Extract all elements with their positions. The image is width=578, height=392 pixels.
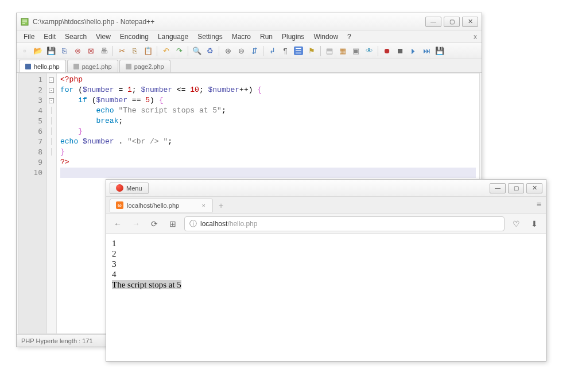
new-tab-button[interactable]: +	[215, 200, 227, 211]
new-file-icon[interactable]: ▫	[19, 45, 30, 57]
page-content[interactable]: 1234The script stops at 5	[106, 234, 546, 294]
npp-minimize-button[interactable]: —	[425, 17, 441, 27]
paste-icon[interactable]: 📋	[142, 45, 154, 57]
back-button[interactable]: ←	[111, 217, 125, 231]
code-line[interactable]: }	[60, 126, 476, 137]
npp-maximize-button[interactable]: ▢	[444, 17, 460, 27]
menu-window[interactable]: Window	[309, 32, 343, 42]
wordwrap-icon[interactable]: ↲	[266, 45, 278, 57]
code-line[interactable]: echo $number . "<br /> ";	[60, 137, 476, 147]
open-file-icon[interactable]: 📂	[32, 45, 44, 57]
toolbar-separator	[320, 46, 321, 56]
menu-search[interactable]: Search	[60, 32, 91, 42]
menu-language[interactable]: Language	[153, 32, 193, 42]
menu-view[interactable]: View	[91, 32, 115, 42]
zoom-out-icon[interactable]: ⊖	[235, 45, 247, 57]
find-icon[interactable]: 🔍	[191, 45, 203, 57]
npp-titlebar[interactable]: C:\xampp\htdocs\hello.php - Notepad++ — …	[17, 13, 482, 30]
replace-icon[interactable]: ♻	[204, 45, 216, 57]
download-icon[interactable]: ⬇	[527, 217, 541, 231]
npp-toolbar: ▫ 📂 💾 ⎘ ⊗ ⊠ 🖶 ✂ ⎘ 📋 ↶ ↷ 🔍 ♻ ⊕ ⊖ ⇵ ↲ ¶ ☰ …	[17, 43, 482, 59]
code-line[interactable]: for ($number = 1; $number <= 10; $number…	[60, 85, 476, 95]
tab-label: page1.php	[82, 63, 112, 70]
file-tab[interactable]: hello.php	[19, 60, 66, 72]
site-info-icon[interactable]: ⓘ	[189, 219, 197, 229]
url-path: /hello.php	[227, 220, 257, 228]
browser-toolbar: ← → ⟳ ⊞ ⓘ localhost/hello.php ♡ ⬇	[106, 214, 546, 234]
record-macro-icon[interactable]: ⏺	[381, 45, 393, 57]
print-icon[interactable]: 🖶	[98, 45, 110, 57]
code-line[interactable]: break;	[60, 116, 476, 126]
tab-status-icon	[126, 64, 131, 69]
speed-dial-icon[interactable]: ⊞	[166, 217, 180, 231]
code-line[interactable]: echo "The script stops at 5";	[60, 106, 476, 116]
save-macro-icon[interactable]: 💾	[434, 45, 445, 57]
output-line: 4	[112, 269, 540, 280]
monitor-icon[interactable]: 👁	[363, 45, 375, 57]
toolbar-separator	[378, 46, 378, 56]
show-all-chars-icon[interactable]: ¶	[280, 45, 291, 57]
npp-menubar-close-icon[interactable]: x	[474, 33, 477, 41]
zoom-in-icon[interactable]: ⊕	[222, 45, 234, 57]
browser-maximize-button[interactable]: ▢	[508, 183, 524, 193]
menu-plugins[interactable]: Plugins	[277, 32, 309, 42]
xampp-favicon-icon: ω	[116, 201, 123, 209]
code-line[interactable]: <?php	[60, 75, 476, 85]
line-number-gutter: 12345678910	[19, 73, 46, 333]
browser-minimize-button[interactable]: —	[490, 183, 506, 193]
func-list-icon[interactable]: ▦	[337, 45, 348, 57]
undo-icon[interactable]: ↶	[160, 45, 172, 57]
doc-map-icon[interactable]: ▤	[324, 45, 335, 57]
tab-label: page2.php	[134, 63, 164, 70]
copy-icon[interactable]: ⎘	[129, 45, 141, 57]
save-icon[interactable]: 💾	[45, 45, 57, 57]
address-bar[interactable]: ⓘ localhost/hello.php	[184, 216, 505, 231]
folder-icon[interactable]: ▣	[350, 45, 362, 57]
browser-window: Menu — ▢ ✕ ω localhost/hello.php × + ≡ ←…	[106, 179, 546, 362]
redo-icon[interactable]: ↷	[173, 45, 185, 57]
code-line[interactable]: ?>	[60, 157, 476, 168]
play-macro-icon[interactable]: ⏵	[408, 45, 419, 57]
menu-encoding[interactable]: Encoding	[115, 32, 153, 42]
menu-run[interactable]: Run	[255, 32, 277, 42]
close-all-icon[interactable]: ⊠	[85, 45, 96, 57]
menu-edit[interactable]: Edit	[39, 32, 60, 42]
indent-guide-icon[interactable]: ☰	[293, 45, 304, 57]
file-tab[interactable]: page1.php	[67, 60, 118, 72]
notepadpp-app-icon	[20, 17, 29, 26]
browser-tab-title: localhost/hello.php	[127, 202, 179, 209]
play-multi-icon[interactable]: ⏭	[421, 45, 432, 57]
fold-column[interactable]: ---│││││	[46, 73, 57, 333]
close-file-icon[interactable]: ⊗	[72, 45, 83, 57]
code-line[interactable]: if ($number == 5) {	[60, 95, 476, 106]
tab-menu-icon[interactable]: ≡	[537, 200, 541, 209]
forward-button[interactable]: →	[129, 217, 143, 231]
reload-button[interactable]: ⟳	[148, 217, 161, 231]
menu-macro[interactable]: Macro	[227, 32, 255, 42]
url-host: localhost	[200, 220, 227, 228]
sync-scroll-icon[interactable]: ⇵	[249, 45, 260, 57]
user-lang-icon[interactable]: ⚑	[306, 45, 317, 57]
menu-?[interactable]: ?	[343, 32, 356, 42]
browser-close-button[interactable]: ✕	[526, 183, 542, 193]
output-line: 1	[112, 238, 540, 249]
tab-label: hello.php	[34, 63, 60, 70]
code-line[interactable]: }	[60, 147, 476, 157]
tab-status-icon	[73, 64, 79, 69]
npp-close-button[interactable]: ✕	[462, 17, 478, 27]
code-line[interactable]	[60, 168, 476, 178]
status-text: PHP Hyperte length : 171	[21, 337, 93, 344]
file-tab[interactable]: page2.php	[119, 60, 170, 72]
save-all-icon[interactable]: ⎘	[59, 45, 70, 57]
browser-titlebar[interactable]: Menu — ▢ ✕	[106, 180, 546, 197]
menu-file[interactable]: File	[19, 32, 39, 42]
browser-menu-button[interactable]: Menu	[110, 183, 149, 194]
bookmark-heart-icon[interactable]: ♡	[509, 217, 523, 231]
toolbar-separator	[113, 46, 113, 56]
browser-tab[interactable]: ω localhost/hello.php ×	[110, 199, 213, 212]
cut-icon[interactable]: ✂	[116, 45, 127, 57]
stop-macro-icon[interactable]: ⏹	[394, 45, 406, 57]
tab-close-icon[interactable]: ×	[201, 202, 207, 209]
npp-title-text: C:\xampp\htdocs\hello.php - Notepad++	[33, 18, 425, 26]
menu-settings[interactable]: Settings	[193, 32, 227, 42]
